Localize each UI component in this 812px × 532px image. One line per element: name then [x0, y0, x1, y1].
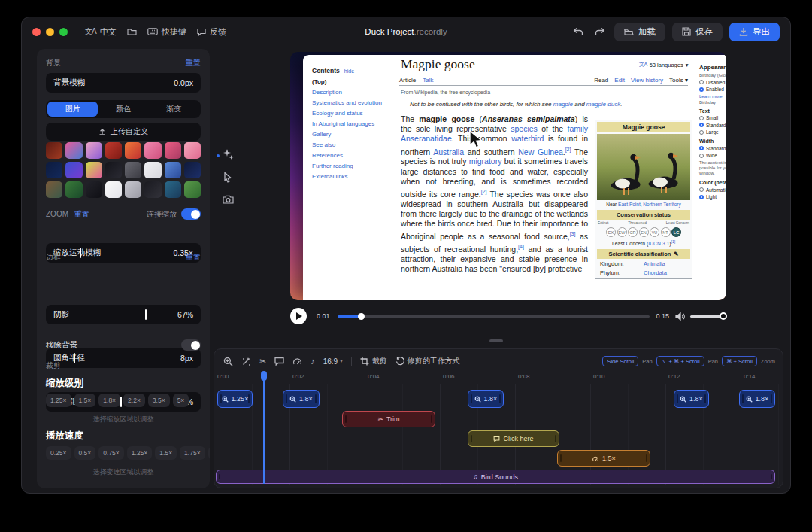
load-button[interactable]: 加载: [614, 23, 665, 41]
upload-custom-button[interactable]: 上传自定义: [46, 123, 201, 141]
language-button[interactable]: 文A 中文: [80, 23, 122, 41]
video-preview[interactable]: Contents hide (Top)DescriptionSystematic…: [290, 52, 726, 300]
speed-chip[interactable]: 2×: [208, 446, 210, 460]
wallpaper-thumbnail[interactable]: [184, 162, 201, 178]
wallpaper-thumbnail[interactable]: [86, 181, 102, 198]
redo-button[interactable]: [592, 25, 607, 38]
link-zoom-toggle[interactable]: [181, 208, 201, 220]
speed-chip[interactable]: 0.5×: [74, 446, 96, 460]
music-tool-icon[interactable]: ♪: [311, 357, 315, 366]
wallpaper-thumbnail[interactable]: [65, 142, 82, 159]
zoom-level-chip[interactable]: 1.25×: [46, 394, 71, 407]
undo-button[interactable]: [571, 25, 586, 38]
wallpaper-thumbnail[interactable]: [165, 181, 181, 198]
wallpaper-thumbnail[interactable]: [86, 162, 102, 178]
wallpaper-thumbnail[interactable]: [165, 162, 181, 178]
volume-knob[interactable]: [720, 312, 727, 320]
wallpaper-thumbnail[interactable]: [144, 142, 161, 159]
volume-slider[interactable]: [690, 315, 726, 318]
export-button[interactable]: 导出: [729, 23, 780, 41]
wallpaper-thumbnail[interactable]: [46, 142, 62, 159]
click-clip[interactable]: Click here: [468, 430, 559, 447]
aspect-ratio-select[interactable]: 16:9 ▾: [323, 357, 343, 366]
background-reset-link[interactable]: 重置: [186, 58, 201, 68]
shadow-slider[interactable]: 阴影 67%: [46, 305, 201, 324]
background-blur-slider[interactable]: 背景模糊 0.0px: [46, 73, 201, 93]
seek-slider[interactable]: [338, 315, 650, 318]
audio-clip[interactable]: ♫Bird Sounds: [216, 470, 775, 484]
crop-tool-button[interactable]: 裁剪: [360, 356, 387, 366]
remove-background-toggle[interactable]: [181, 339, 201, 351]
zoom-clip[interactable]: 1.8×: [674, 390, 709, 408]
save-button[interactable]: 保存: [672, 23, 723, 41]
effects-tool-button[interactable]: [223, 148, 234, 160]
scissors-tool-icon[interactable]: ✂: [259, 357, 266, 366]
open-project-button[interactable]: [122, 25, 142, 39]
comment-tool-icon[interactable]: [274, 357, 284, 366]
speed-chip[interactable]: 1.75×: [180, 446, 205, 460]
wallpaper-thumbnail[interactable]: [184, 142, 201, 159]
zoom-reset-link[interactable]: 重置: [74, 209, 89, 220]
background-tab-0[interactable]: 图片: [47, 102, 98, 117]
play-button[interactable]: [290, 308, 307, 324]
speaker-icon[interactable]: [675, 312, 685, 321]
speed-chip[interactable]: 1.25×: [127, 446, 153, 460]
camera-tool-button[interactable]: [223, 195, 234, 204]
slider-notch[interactable]: [145, 309, 147, 320]
contents-item: Further reading: [312, 163, 390, 169]
wallpaper-thumbnail[interactable]: [165, 142, 181, 159]
wallpaper-thumbnail[interactable]: [144, 181, 161, 198]
wallpaper-thumbnail[interactable]: [144, 162, 161, 178]
panel-resize-handle[interactable]: [489, 339, 503, 342]
zoom-level-chip[interactable]: 5×: [173, 394, 189, 407]
contents-item: References: [312, 152, 390, 159]
zoom-clip[interactable]: 1.25×: [217, 390, 253, 408]
minimize-window-button[interactable]: [46, 28, 54, 36]
trim-help-button[interactable]: 修剪的工作方式: [395, 356, 460, 366]
wallpaper-thumbnail[interactable]: [86, 142, 102, 159]
close-window-button[interactable]: [32, 28, 41, 36]
speed-chip[interactable]: 0.25×: [46, 446, 71, 460]
wallpaper-thumbnail[interactable]: [65, 162, 82, 178]
speed-clip[interactable]: 1.5×: [557, 450, 650, 467]
zoom-level-chip[interactable]: 2.2×: [123, 394, 145, 407]
project-extension: .recordly: [414, 27, 447, 36]
zoom-clip[interactable]: 1.8×: [283, 390, 320, 408]
zoom-level-chip[interactable]: 1.8×: [98, 394, 120, 407]
auto-cut-tool-icon[interactable]: [241, 357, 251, 366]
wallpaper-thumbnail[interactable]: [105, 142, 122, 159]
speed-tool-icon[interactable]: [292, 357, 302, 366]
wallpaper-thumbnail[interactable]: [65, 181, 82, 198]
playhead[interactable]: [263, 372, 265, 484]
zoom-window-button[interactable]: [59, 28, 68, 36]
feedback-button[interactable]: 反馈: [192, 23, 232, 41]
shortcuts-button[interactable]: 快捷键: [142, 23, 192, 41]
zoom-clip[interactable]: 1.8×: [468, 390, 504, 408]
wiki-tab: Article: [399, 77, 416, 84]
wallpaper-thumbnail[interactable]: [125, 181, 141, 198]
border-reset-link[interactable]: 重置: [186, 252, 201, 263]
zoom-level-chip[interactable]: 1.5×: [74, 394, 96, 407]
background-tab-2[interactable]: 渐变: [149, 102, 199, 117]
speed-chip[interactable]: 0.75×: [98, 446, 124, 460]
wallpaper-thumbnail[interactable]: [125, 162, 141, 178]
wallpaper-thumbnail[interactable]: [184, 181, 201, 198]
wallpaper-thumbnail[interactable]: [105, 181, 122, 198]
speed-chip[interactable]: 1.5×: [155, 446, 177, 460]
wallpaper-thumbnail[interactable]: [125, 142, 141, 159]
zoom-level-chip[interactable]: 3.5×: [148, 394, 170, 407]
timeline-ruler[interactable]: 0:000:020:040:060:080:100:120:14: [214, 372, 783, 382]
cursor-tool-button[interactable]: [223, 172, 233, 183]
timeline-tracks[interactable]: 1.25×1.8×1.8×1.8×1.8×✂TrimClick here1.5×…: [214, 384, 783, 485]
seek-knob[interactable]: [358, 313, 365, 320]
crop-tool-label: 裁剪: [372, 356, 387, 366]
trim-clip[interactable]: ✂Trim: [342, 411, 435, 427]
playhead-handle[interactable]: [261, 371, 267, 381]
border-title: 边框: [46, 252, 61, 263]
wallpaper-thumbnail[interactable]: [46, 162, 62, 178]
zoom-clip[interactable]: 1.8×: [739, 390, 775, 408]
background-tab-1[interactable]: 颜色: [98, 102, 148, 117]
wallpaper-thumbnail[interactable]: [105, 162, 122, 178]
wallpaper-thumbnail[interactable]: [46, 181, 62, 198]
zoom-in-tool-icon[interactable]: [223, 357, 233, 366]
